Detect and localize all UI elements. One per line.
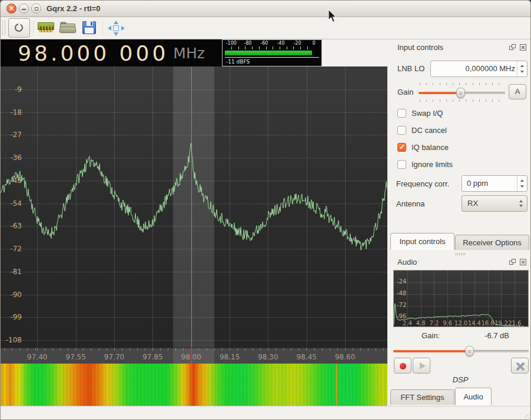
splitter-handle[interactable] bbox=[456, 253, 465, 255]
input-controls-title: Input controls bbox=[397, 43, 443, 52]
maximize-icon bbox=[35, 7, 38, 11]
slider-handle[interactable] bbox=[465, 346, 474, 356]
close-button[interactable]: ✕ bbox=[6, 4, 16, 14]
dropdown-arrows-icon bbox=[519, 196, 523, 211]
meter-tick-label: -40 bbox=[277, 41, 284, 46]
tab-receiver-options[interactable]: Receiver Options bbox=[455, 235, 529, 250]
meter-tick-label: -100 bbox=[226, 41, 237, 46]
toolbar-separator bbox=[34, 21, 34, 35]
minimize-button[interactable] bbox=[19, 4, 29, 14]
spin-up-icon[interactable] bbox=[520, 179, 524, 182]
chip-icon bbox=[38, 22, 54, 30]
checkbox[interactable] bbox=[397, 109, 406, 118]
fullscreen-icon bbox=[113, 25, 119, 31]
undock-panel-button[interactable] bbox=[509, 259, 516, 266]
window-title: Gqrx 2.2 - rtl=0 bbox=[47, 1, 100, 17]
toolbar-separator bbox=[102, 21, 103, 35]
toolbar bbox=[1, 17, 530, 39]
close-icon: ✕ bbox=[520, 44, 526, 51]
spin-up-icon[interactable] bbox=[520, 65, 524, 67]
meter-tick-label: 0 bbox=[313, 41, 316, 46]
frequency-unit: MHz bbox=[173, 45, 205, 62]
play-icon bbox=[420, 362, 426, 369]
audio-gain-slider[interactable] bbox=[393, 350, 529, 352]
checkbox-label: Swap I/Q bbox=[411, 109, 443, 118]
freq-corr-label: Frequency corr. bbox=[396, 179, 449, 188]
load-settings-button[interactable] bbox=[59, 21, 76, 35]
gain-label: Gain bbox=[397, 88, 413, 96]
meter-tick-label: -60 bbox=[260, 41, 268, 46]
minimize-icon bbox=[22, 9, 26, 10]
antenna-label: Antenna bbox=[396, 199, 424, 208]
close-panel-button[interactable]: ✕ bbox=[520, 259, 527, 266]
resize-grip[interactable] bbox=[522, 411, 529, 418]
checkbox-label: DC cancel bbox=[411, 126, 447, 135]
play-button[interactable] bbox=[413, 358, 430, 374]
freq-corr-spinbox[interactable]: 0 ppm bbox=[462, 175, 527, 192]
gain-slider[interactable] bbox=[419, 92, 505, 94]
antenna-value: RX bbox=[467, 196, 478, 211]
dsp-label: DSP bbox=[389, 375, 531, 384]
record-icon bbox=[400, 363, 406, 369]
tab-fft-settings[interactable]: FFT Settings bbox=[390, 389, 454, 405]
save-settings-button[interactable] bbox=[81, 21, 98, 35]
meter-reading: -11 dBFS bbox=[226, 59, 250, 65]
tools-icon bbox=[515, 362, 525, 371]
maximize-button[interactable] bbox=[31, 4, 41, 14]
meter-scale: -100 -80 -60 -40 -20 0 bbox=[223, 41, 321, 46]
fft-plot[interactable]: -9-18-27-36-45-54-63-72-81-90-99-108 bbox=[1, 66, 387, 348]
meter-baseline bbox=[225, 57, 319, 58]
signal-strength-meter: -100 -80 -60 -40 -20 0 -11 dBFS bbox=[222, 39, 322, 66]
checkbox[interactable] bbox=[397, 126, 406, 135]
configure-devices-button[interactable] bbox=[38, 21, 54, 35]
slider-ticks bbox=[420, 99, 505, 102]
audio-fft-plot: -24-48-72-962.44.87.29.612.014.416.819.2… bbox=[393, 270, 529, 327]
toolbar-drag-handle[interactable] bbox=[2, 21, 5, 35]
audio-gain-value: -6.7 dB bbox=[484, 331, 509, 340]
frequency-value[interactable]: 98.000 000 bbox=[18, 41, 168, 65]
fullscreen-button[interactable] bbox=[108, 21, 124, 35]
tab-input-controls[interactable]: Input controls bbox=[390, 233, 454, 250]
lnb-lo-spinbox[interactable]: 0,000000 MHz bbox=[430, 61, 527, 77]
antenna-combobox[interactable]: RX bbox=[462, 195, 527, 212]
checkbox-label: IQ balance bbox=[411, 143, 449, 152]
frequency-display[interactable]: 98.000 000 MHz bbox=[1, 39, 222, 66]
lnb-lo-value[interactable]: 0,000000 MHz bbox=[436, 61, 515, 76]
gqrx-window: ✕ Gqrx 2.2 - rtl=0 98.000 000 bbox=[0, 0, 531, 420]
control-panel: Input controls ✕ LNB LO 0,000000 MHz Gai… bbox=[389, 39, 531, 407]
spin-down-icon[interactable] bbox=[520, 71, 524, 73]
checkbox[interactable] bbox=[397, 160, 406, 169]
slider-fill bbox=[419, 92, 460, 94]
power-icon bbox=[15, 24, 23, 32]
meter-tick-label: -80 bbox=[244, 41, 251, 46]
lnb-lo-label: LNB LO bbox=[397, 64, 424, 73]
record-button[interactable] bbox=[394, 358, 411, 374]
meter-level-bar bbox=[225, 51, 312, 55]
undock-panel-button[interactable] bbox=[509, 44, 516, 51]
slider-handle[interactable] bbox=[456, 88, 465, 98]
close-panel-button[interactable]: ✕ bbox=[520, 44, 527, 51]
audio-options-button[interactable] bbox=[511, 358, 529, 374]
spin-down-icon[interactable] bbox=[520, 185, 524, 188]
meter-tick-label: -20 bbox=[293, 41, 301, 46]
checkbox-label: Ignore limits bbox=[411, 160, 453, 169]
close-icon: ✕ bbox=[7, 4, 16, 13]
audio-gain-label: Gain: bbox=[422, 331, 440, 340]
tab-audio[interactable]: Audio bbox=[455, 388, 492, 405]
auto-gain-button[interactable]: A bbox=[509, 84, 526, 99]
slider-fill bbox=[393, 350, 469, 352]
audio-panel-title: Audio bbox=[397, 258, 417, 266]
titlebar[interactable]: ✕ Gqrx 2.2 - rtl=0 bbox=[1, 1, 530, 17]
freq-corr-value[interactable]: 0 ppm bbox=[467, 176, 515, 191]
close-icon: ✕ bbox=[520, 259, 526, 265]
start-dsp-button[interactable] bbox=[8, 18, 30, 38]
status-bar bbox=[1, 406, 530, 419]
checkbox[interactable] bbox=[397, 143, 406, 152]
slider-ticks bbox=[420, 83, 505, 85]
waterfall-display[interactable] bbox=[1, 364, 387, 406]
frequency-scale[interactable]: 97.4097.5597.7097.8598.0098.1598.3098.45… bbox=[1, 348, 387, 364]
meter-ticks bbox=[231, 46, 314, 49]
